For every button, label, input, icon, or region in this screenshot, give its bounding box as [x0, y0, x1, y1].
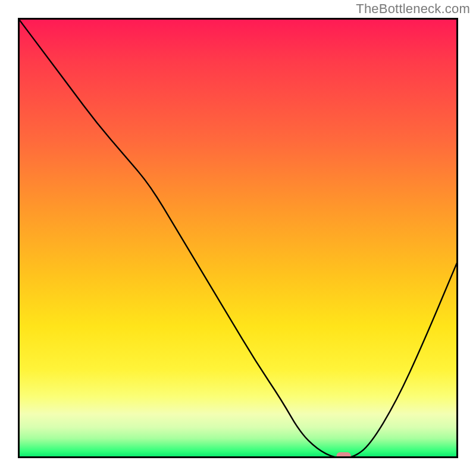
attribution-text: TheBottleneck.com	[356, 1, 470, 17]
bottleneck-curve-line	[18, 18, 458, 458]
chart-area	[18, 18, 458, 458]
chart-svg	[18, 18, 458, 458]
chart-frame-border	[18, 18, 458, 458]
